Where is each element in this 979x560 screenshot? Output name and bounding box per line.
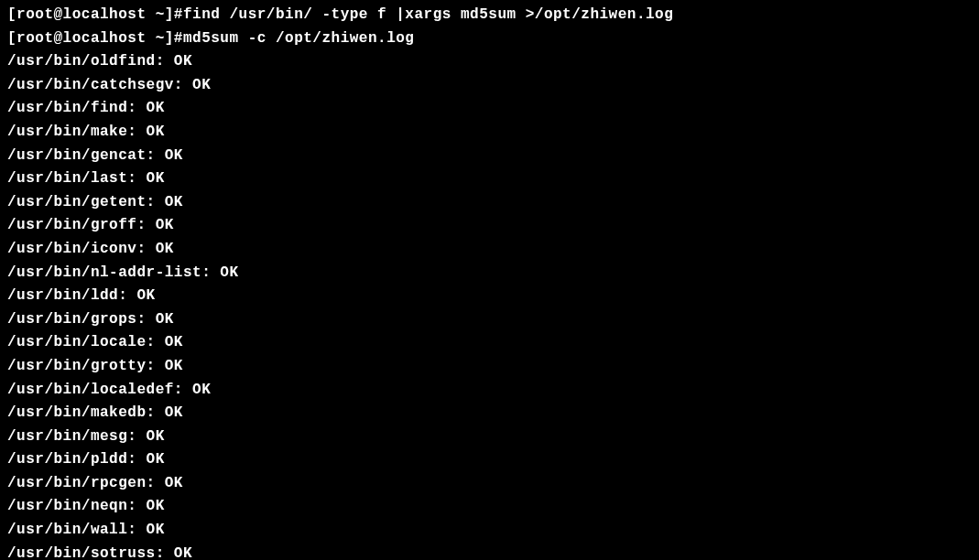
terminal-line: /usr/bin/pldd: OK [7,448,972,472]
terminal-line: /usr/bin/catchsegv: OK [7,74,972,98]
terminal-line: /usr/bin/make: OK [7,121,972,145]
terminal-line: /usr/bin/sotruss: OK [7,543,972,560]
terminal-line: /usr/bin/localedef: OK [7,379,972,403]
terminal-line: /usr/bin/neqn: OK [7,495,972,519]
terminal-line: /usr/bin/oldfind: OK [7,50,972,74]
terminal-line: /usr/bin/grotty: OK [7,355,972,379]
terminal-line: /usr/bin/getent: OK [7,191,972,215]
terminal-line: [root@localhost ~]#find /usr/bin/ -type … [7,4,972,27]
terminal-line: /usr/bin/rpcgen: OK [7,472,972,496]
terminal-line: /usr/bin/iconv: OK [7,238,972,262]
terminal-line: /usr/bin/makedb: OK [7,402,972,425]
terminal-line: [root@localhost ~]#md5sum -c /opt/zhiwen… [7,27,972,51]
terminal-line: /usr/bin/mesg: OK [7,425,972,449]
terminal-line: /usr/bin/gencat: OK [7,145,972,168]
terminal-line: /usr/bin/last: OK [7,167,972,191]
terminal-line: /usr/bin/wall: OK [7,519,972,543]
terminal-line: /usr/bin/ldd: OK [7,285,972,308]
terminal-line: /usr/bin/grops: OK [7,308,972,332]
terminal-line: /usr/bin/groff: OK [7,214,972,238]
terminal-line: /usr/bin/find: OK [7,97,972,121]
terminal-output[interactable]: [root@localhost ~]#find /usr/bin/ -type … [7,4,972,560]
terminal-line: /usr/bin/nl-addr-list: OK [7,262,972,285]
terminal-line: /usr/bin/locale: OK [7,331,972,355]
